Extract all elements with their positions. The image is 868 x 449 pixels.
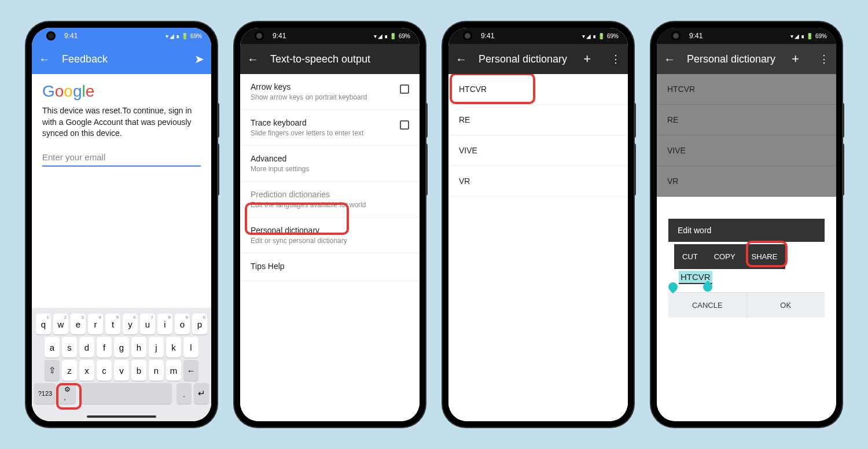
status-bar: 9:41 ▾ ◢ ∎ 🔋 69% <box>32 28 211 44</box>
tips-help-row[interactable]: Tips Help <box>240 253 420 281</box>
symbols-key[interactable]: ?123 <box>34 383 56 404</box>
key-l[interactable]: l <box>183 337 198 358</box>
back-icon[interactable]: ← <box>664 53 675 66</box>
app-title: Text-to-speech output <box>270 53 413 65</box>
dict-word[interactable]: VIVE <box>448 135 628 166</box>
status-time: 9:41 <box>64 32 78 40</box>
key-d[interactable]: d <box>79 337 94 358</box>
key-r[interactable]: r4 <box>88 314 103 334</box>
key-y[interactable]: y6 <box>123 314 138 334</box>
camera-hole <box>673 33 679 39</box>
setting-row[interactable]: AdvancedMore input settings <box>240 146 420 182</box>
back-icon[interactable]: ← <box>39 53 50 66</box>
dict-word: VR <box>657 166 836 197</box>
back-icon[interactable]: ← <box>247 53 259 66</box>
app-bar: ← Text-to-speech output <box>240 44 420 74</box>
key-g[interactable]: g <box>114 337 129 358</box>
email-field[interactable]: Enter your emall <box>42 152 201 167</box>
app-title: Personal dictionary <box>479 53 572 65</box>
frp-message: This device was reset.To continue, sign … <box>32 105 211 139</box>
key-i[interactable]: i8 <box>157 314 172 334</box>
key-c[interactable]: c <box>97 360 112 381</box>
key-z[interactable]: z <box>62 360 77 381</box>
add-icon[interactable]: + <box>583 51 591 67</box>
period-key[interactable]: . <box>176 383 192 404</box>
key-p[interactable]: p0 <box>192 314 207 334</box>
key-q[interactable]: q1 <box>36 314 51 334</box>
ok-button[interactable]: OK <box>746 293 825 318</box>
key-k[interactable]: k <box>166 337 181 358</box>
key-w[interactable]: w2 <box>53 314 68 334</box>
phone-4: 9:41 ▾ ◢ ∎ 🔋 69% ← Personal dictionary +… <box>651 22 842 427</box>
phone-2: 9:41 ▾ ◢ ∎ 🔋 69% ← Text-to-speech output… <box>234 22 425 427</box>
highlight-settings-key <box>56 383 82 410</box>
edit-word-dialog: Edit word CUT COPY SHARE HTCVR CANCLE OK <box>668 219 825 318</box>
dict-word: HTCVR <box>657 74 836 105</box>
phone-1: 9:41 ▾ ◢ ∎ 🔋 69% ← Feedback ➤ Google Thi… <box>26 22 217 427</box>
shift-key[interactable]: ⇧ <box>45 360 60 381</box>
key-b[interactable]: b <box>131 360 146 381</box>
send-icon[interactable]: ➤ <box>194 52 204 66</box>
setting-row[interactable]: Trace keyboardSlide fingers over letters… <box>240 110 420 146</box>
checkbox[interactable] <box>400 120 409 130</box>
dict-word[interactable]: VR <box>448 166 628 197</box>
more-icon[interactable]: ⋮ <box>610 53 621 65</box>
status-bar: 9:41 ▾ ◢ ∎ 🔋 69% <box>240 28 420 44</box>
app-bar: ← Personal dictionary + ⋮ <box>657 44 836 74</box>
back-icon[interactable]: ← <box>455 53 467 66</box>
google-logo: Google <box>32 74 211 105</box>
enter-key[interactable]: ↵ <box>194 383 209 404</box>
status-bar: 9:41 ▾ ◢ ∎ 🔋 69% <box>448 28 628 44</box>
key-n[interactable]: n <box>149 360 164 381</box>
phone-3: 9:41 ▾ ◢ ∎ 🔋 69% ← Personal dictionary +… <box>443 22 634 427</box>
key-u[interactable]: u7 <box>140 314 155 334</box>
dict-word: RE <box>657 105 836 135</box>
highlight-personal-dictionary <box>245 203 349 235</box>
selection-handle-left[interactable] <box>667 281 680 294</box>
key-j[interactable]: j <box>149 337 164 358</box>
checkbox[interactable] <box>400 84 409 94</box>
dialog-title: Edit word <box>668 219 825 242</box>
camera-hole <box>465 33 470 39</box>
key-x[interactable]: x <box>79 360 94 381</box>
dict-word: VIVE <box>657 135 836 166</box>
backspace-key[interactable]: ← <box>183 360 198 381</box>
status-bar: 9:41 ▾ ◢ ∎ 🔋 69% <box>657 28 836 44</box>
key-m[interactable]: m <box>166 360 181 381</box>
status-icons: ▾ ◢ ∎ 🔋 69% <box>165 33 202 39</box>
space-key[interactable] <box>80 383 172 404</box>
key-f[interactable]: f <box>97 337 112 358</box>
highlight-word-htcvr <box>450 74 535 104</box>
key-e[interactable]: e3 <box>71 314 86 334</box>
app-bar: ← Feedback ➤ <box>32 44 211 74</box>
nav-handle[interactable] <box>87 415 156 418</box>
key-t[interactable]: t5 <box>105 314 120 334</box>
add-icon[interactable]: + <box>792 51 799 67</box>
camera-hole <box>48 33 54 39</box>
key-a[interactable]: a <box>45 337 60 358</box>
camera-hole <box>256 33 262 39</box>
cancel-button[interactable]: CANCLE <box>668 293 746 318</box>
more-icon[interactable]: ⋮ <box>819 53 829 65</box>
keyboard: q1w2e3r4t5y6u7i8o9p0 asdfghjkl ⇧ zxcvbnm… <box>32 308 211 421</box>
key-v[interactable]: v <box>114 360 129 381</box>
key-o[interactable]: o9 <box>175 314 190 334</box>
key-s[interactable]: s <box>62 337 77 358</box>
setting-row[interactable]: Arrow keysShow arrow keys on portrait ke… <box>240 74 420 110</box>
app-title: Personal dictionary <box>687 53 780 65</box>
app-title: Feedback <box>62 53 183 65</box>
key-h[interactable]: h <box>131 337 146 358</box>
dict-word[interactable]: RE <box>448 105 628 135</box>
app-bar: ← Personal dictionary + ⋮ <box>448 44 628 74</box>
